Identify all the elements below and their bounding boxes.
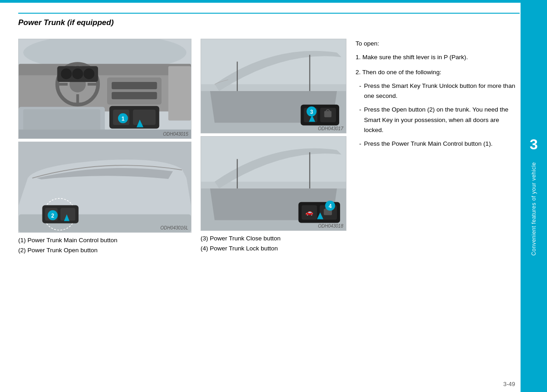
trunk-svg: 2 xyxy=(19,142,191,232)
page-number: 3-49 xyxy=(503,381,515,387)
sidebar-label: Convenient features of your vehicle xyxy=(531,162,537,256)
caption-2: (2) Power Trunk Open button xyxy=(18,245,196,255)
svg-rect-3 xyxy=(19,75,191,112)
image-trunk-button2: 2 ODH043016L xyxy=(18,142,191,233)
svg-rect-20 xyxy=(133,110,156,125)
bullet-2: - Press the Open button (2) on the trunk… xyxy=(359,105,517,135)
middle-captions: (3) Power Trunk Close button (4) Power T… xyxy=(201,234,351,253)
svg-text:1: 1 xyxy=(121,116,124,122)
svg-rect-44 xyxy=(324,111,331,117)
image-code-2: ODH043016L xyxy=(160,225,188,230)
svg-point-13 xyxy=(83,68,94,79)
car-interior-sketch: 1 ODH043015 xyxy=(19,39,191,138)
right-sidebar: 3 Convenient features of your vehicle xyxy=(521,0,547,392)
right-column: To open: 1. Make sure the shift lever is… xyxy=(356,39,517,153)
step-1: 1. Make sure the shift lever is in P (Pa… xyxy=(356,52,517,62)
image-trunk-open-4: 🚗 4 ODH043018 xyxy=(201,136,346,231)
bullet-2-text: Press the Open button (2) on the trunk. … xyxy=(364,105,518,135)
image-code-3: ODH043017 xyxy=(318,126,343,131)
bullet-1-text: Press the Smart Key Trunk Unlock button … xyxy=(364,81,518,102)
chapter-number: 3 xyxy=(530,136,538,153)
svg-rect-16 xyxy=(112,92,157,99)
trunk-open-svg-4: 🚗 4 xyxy=(201,137,346,230)
svg-point-12 xyxy=(72,68,83,79)
main-content: Power Trunk (if equipped) xyxy=(18,18,517,374)
svg-rect-15 xyxy=(112,82,157,89)
section-title: Power Trunk (if equipped) xyxy=(18,18,517,27)
instructions-text: To open: 1. Make sure the shift lever is… xyxy=(356,39,517,149)
top-line xyxy=(18,13,520,14)
svg-point-11 xyxy=(61,68,72,79)
middle-column: 3 ODH043017 xyxy=(201,39,351,253)
svg-text:3: 3 xyxy=(310,109,313,115)
car-trunk-sketch: 2 ODH043016L xyxy=(19,142,191,232)
left-captions: (1) Power Trunk Main Control button (2) … xyxy=(18,235,196,255)
svg-text:2: 2 xyxy=(51,213,54,219)
dash-2: - xyxy=(359,105,361,135)
caption-3: (3) Power Trunk Close button xyxy=(201,234,351,244)
svg-rect-17 xyxy=(168,66,191,120)
step-2: 2. Then do one of the following: xyxy=(356,67,517,77)
trunk-open-svg-3: 3 xyxy=(201,39,346,133)
image-trunk-open-3: 3 ODH043017 xyxy=(201,39,346,133)
dash-3: - xyxy=(359,139,361,149)
bullet-3-text: Press the Power Trunk Main Control butto… xyxy=(364,139,493,149)
svg-text:4: 4 xyxy=(329,203,332,209)
intro-line: To open: xyxy=(356,39,517,49)
svg-text:🚗: 🚗 xyxy=(305,209,314,216)
trunk-open-sketch-3: 3 ODH043017 xyxy=(201,39,346,133)
interior-svg: 1 xyxy=(19,39,191,138)
caption-4: (4) Power Trunk Lock button xyxy=(201,244,351,254)
left-column: 1 ODH043015 xyxy=(18,39,196,255)
top-bar xyxy=(0,0,547,3)
dash-1: - xyxy=(359,81,361,102)
bullet-3: - Press the Power Trunk Main Control but… xyxy=(359,139,517,149)
caption-1: (1) Power Trunk Main Control button xyxy=(18,235,196,245)
image-code-1: ODH043015 xyxy=(163,132,188,137)
image-code-4: ODH043018 xyxy=(318,224,343,229)
trunk-open-sketch-4: 🚗 4 ODH043018 xyxy=(201,137,346,230)
svg-rect-14 xyxy=(107,77,161,105)
image-interior-control: 1 ODH043015 xyxy=(18,39,191,139)
bullet-1: - Press the Smart Key Trunk Unlock butto… xyxy=(359,81,517,102)
